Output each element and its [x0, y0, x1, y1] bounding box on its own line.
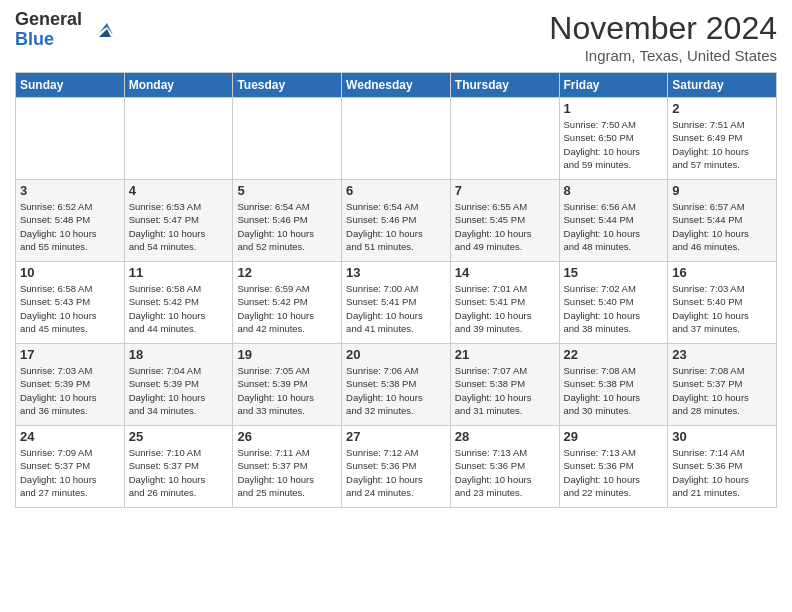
- day-cell: 13Sunrise: 7:00 AM Sunset: 5:41 PM Dayli…: [342, 262, 451, 344]
- day-number: 24: [20, 429, 120, 444]
- day-number: 18: [129, 347, 229, 362]
- week-row-5: 24Sunrise: 7:09 AM Sunset: 5:37 PM Dayli…: [16, 426, 777, 508]
- day-info: Sunrise: 6:53 AM Sunset: 5:47 PM Dayligh…: [129, 200, 229, 253]
- day-cell: 15Sunrise: 7:02 AM Sunset: 5:40 PM Dayli…: [559, 262, 668, 344]
- weekday-thursday: Thursday: [450, 73, 559, 98]
- day-info: Sunrise: 7:12 AM Sunset: 5:36 PM Dayligh…: [346, 446, 446, 499]
- day-number: 9: [672, 183, 772, 198]
- day-cell: [450, 98, 559, 180]
- logo-icon: [85, 15, 115, 45]
- day-info: Sunrise: 6:59 AM Sunset: 5:42 PM Dayligh…: [237, 282, 337, 335]
- day-cell: 14Sunrise: 7:01 AM Sunset: 5:41 PM Dayli…: [450, 262, 559, 344]
- day-info: Sunrise: 7:08 AM Sunset: 5:38 PM Dayligh…: [564, 364, 664, 417]
- day-info: Sunrise: 6:58 AM Sunset: 5:43 PM Dayligh…: [20, 282, 120, 335]
- day-cell: 20Sunrise: 7:06 AM Sunset: 5:38 PM Dayli…: [342, 344, 451, 426]
- day-info: Sunrise: 7:04 AM Sunset: 5:39 PM Dayligh…: [129, 364, 229, 417]
- day-number: 23: [672, 347, 772, 362]
- header: General Blue November 2024 Ingram, Texas…: [15, 10, 777, 64]
- title-block: November 2024 Ingram, Texas, United Stat…: [549, 10, 777, 64]
- day-number: 10: [20, 265, 120, 280]
- day-number: 4: [129, 183, 229, 198]
- day-number: 2: [672, 101, 772, 116]
- day-cell: [233, 98, 342, 180]
- day-number: 12: [237, 265, 337, 280]
- day-info: Sunrise: 7:01 AM Sunset: 5:41 PM Dayligh…: [455, 282, 555, 335]
- day-number: 1: [564, 101, 664, 116]
- day-number: 3: [20, 183, 120, 198]
- day-info: Sunrise: 6:58 AM Sunset: 5:42 PM Dayligh…: [129, 282, 229, 335]
- day-cell: 5Sunrise: 6:54 AM Sunset: 5:46 PM Daylig…: [233, 180, 342, 262]
- week-row-4: 17Sunrise: 7:03 AM Sunset: 5:39 PM Dayli…: [16, 344, 777, 426]
- day-info: Sunrise: 6:57 AM Sunset: 5:44 PM Dayligh…: [672, 200, 772, 253]
- weekday-sunday: Sunday: [16, 73, 125, 98]
- weekday-monday: Monday: [124, 73, 233, 98]
- day-number: 22: [564, 347, 664, 362]
- day-cell: 22Sunrise: 7:08 AM Sunset: 5:38 PM Dayli…: [559, 344, 668, 426]
- weekday-tuesday: Tuesday: [233, 73, 342, 98]
- logo-general: General: [15, 9, 82, 29]
- day-info: Sunrise: 7:07 AM Sunset: 5:38 PM Dayligh…: [455, 364, 555, 417]
- day-info: Sunrise: 7:10 AM Sunset: 5:37 PM Dayligh…: [129, 446, 229, 499]
- logo: General Blue: [15, 10, 115, 50]
- month-title: November 2024: [549, 10, 777, 47]
- day-cell: 7Sunrise: 6:55 AM Sunset: 5:45 PM Daylig…: [450, 180, 559, 262]
- day-info: Sunrise: 6:56 AM Sunset: 5:44 PM Dayligh…: [564, 200, 664, 253]
- day-number: 30: [672, 429, 772, 444]
- week-row-2: 3Sunrise: 6:52 AM Sunset: 5:48 PM Daylig…: [16, 180, 777, 262]
- day-cell: [342, 98, 451, 180]
- day-cell: 6Sunrise: 6:54 AM Sunset: 5:46 PM Daylig…: [342, 180, 451, 262]
- day-cell: 8Sunrise: 6:56 AM Sunset: 5:44 PM Daylig…: [559, 180, 668, 262]
- day-info: Sunrise: 6:54 AM Sunset: 5:46 PM Dayligh…: [237, 200, 337, 253]
- day-info: Sunrise: 6:52 AM Sunset: 5:48 PM Dayligh…: [20, 200, 120, 253]
- day-cell: 24Sunrise: 7:09 AM Sunset: 5:37 PM Dayli…: [16, 426, 125, 508]
- calendar-table: SundayMondayTuesdayWednesdayThursdayFrid…: [15, 72, 777, 508]
- day-number: 6: [346, 183, 446, 198]
- day-cell: 23Sunrise: 7:08 AM Sunset: 5:37 PM Dayli…: [668, 344, 777, 426]
- calendar-page: General Blue November 2024 Ingram, Texas…: [0, 0, 792, 612]
- logo-blue: Blue: [15, 29, 54, 49]
- day-cell: 27Sunrise: 7:12 AM Sunset: 5:36 PM Dayli…: [342, 426, 451, 508]
- day-info: Sunrise: 6:54 AM Sunset: 5:46 PM Dayligh…: [346, 200, 446, 253]
- day-number: 11: [129, 265, 229, 280]
- day-info: Sunrise: 7:51 AM Sunset: 6:49 PM Dayligh…: [672, 118, 772, 171]
- day-cell: 30Sunrise: 7:14 AM Sunset: 5:36 PM Dayli…: [668, 426, 777, 508]
- day-info: Sunrise: 7:02 AM Sunset: 5:40 PM Dayligh…: [564, 282, 664, 335]
- day-cell: 18Sunrise: 7:04 AM Sunset: 5:39 PM Dayli…: [124, 344, 233, 426]
- weekday-friday: Friday: [559, 73, 668, 98]
- week-row-1: 1Sunrise: 7:50 AM Sunset: 6:50 PM Daylig…: [16, 98, 777, 180]
- day-info: Sunrise: 7:00 AM Sunset: 5:41 PM Dayligh…: [346, 282, 446, 335]
- location: Ingram, Texas, United States: [549, 47, 777, 64]
- day-number: 16: [672, 265, 772, 280]
- day-info: Sunrise: 7:08 AM Sunset: 5:37 PM Dayligh…: [672, 364, 772, 417]
- day-cell: [16, 98, 125, 180]
- day-number: 8: [564, 183, 664, 198]
- day-number: 20: [346, 347, 446, 362]
- day-number: 15: [564, 265, 664, 280]
- logo-text-block: General Blue: [15, 10, 115, 50]
- day-cell: 11Sunrise: 6:58 AM Sunset: 5:42 PM Dayli…: [124, 262, 233, 344]
- day-number: 25: [129, 429, 229, 444]
- day-cell: 21Sunrise: 7:07 AM Sunset: 5:38 PM Dayli…: [450, 344, 559, 426]
- day-cell: 25Sunrise: 7:10 AM Sunset: 5:37 PM Dayli…: [124, 426, 233, 508]
- day-number: 29: [564, 429, 664, 444]
- day-info: Sunrise: 7:11 AM Sunset: 5:37 PM Dayligh…: [237, 446, 337, 499]
- day-cell: 28Sunrise: 7:13 AM Sunset: 5:36 PM Dayli…: [450, 426, 559, 508]
- day-cell: 10Sunrise: 6:58 AM Sunset: 5:43 PM Dayli…: [16, 262, 125, 344]
- day-cell: [124, 98, 233, 180]
- day-number: 27: [346, 429, 446, 444]
- day-number: 28: [455, 429, 555, 444]
- day-info: Sunrise: 7:50 AM Sunset: 6:50 PM Dayligh…: [564, 118, 664, 171]
- day-number: 26: [237, 429, 337, 444]
- weekday-header-row: SundayMondayTuesdayWednesdayThursdayFrid…: [16, 73, 777, 98]
- weekday-wednesday: Wednesday: [342, 73, 451, 98]
- logo-text: General Blue: [15, 10, 82, 50]
- day-info: Sunrise: 7:03 AM Sunset: 5:40 PM Dayligh…: [672, 282, 772, 335]
- day-cell: 2Sunrise: 7:51 AM Sunset: 6:49 PM Daylig…: [668, 98, 777, 180]
- day-info: Sunrise: 7:03 AM Sunset: 5:39 PM Dayligh…: [20, 364, 120, 417]
- day-cell: 19Sunrise: 7:05 AM Sunset: 5:39 PM Dayli…: [233, 344, 342, 426]
- day-info: Sunrise: 7:05 AM Sunset: 5:39 PM Dayligh…: [237, 364, 337, 417]
- day-number: 13: [346, 265, 446, 280]
- day-number: 19: [237, 347, 337, 362]
- day-info: Sunrise: 7:14 AM Sunset: 5:36 PM Dayligh…: [672, 446, 772, 499]
- day-info: Sunrise: 7:13 AM Sunset: 5:36 PM Dayligh…: [455, 446, 555, 499]
